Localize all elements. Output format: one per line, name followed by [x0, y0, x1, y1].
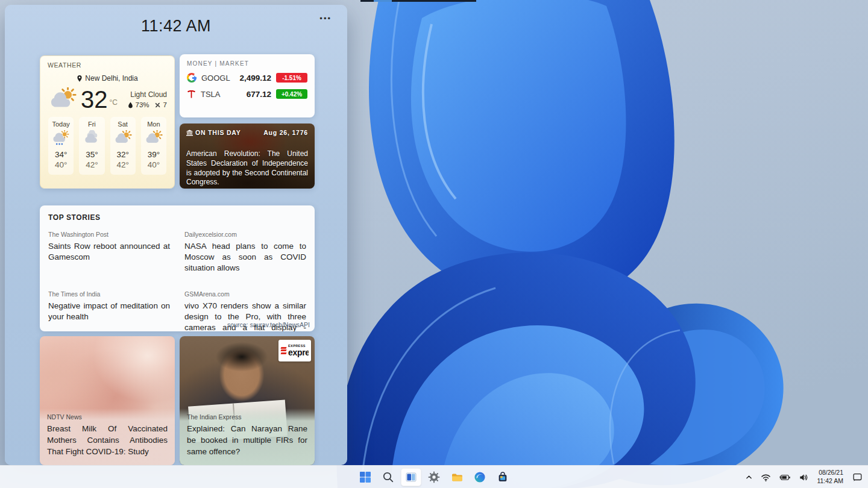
stories-attribution: source: saurav.tech/NewsAPI: [227, 321, 310, 328]
search-button[interactable]: [378, 468, 398, 486]
story-headline[interactable]: Saints Row reboot announced at Gamescom: [48, 241, 170, 263]
notification-icon: [852, 472, 863, 482]
story-headline[interactable]: NASA head plans to come to Moscow as soo…: [184, 241, 306, 274]
taskbar: 08/26/21 11:42 AM: [0, 465, 868, 488]
on-this-day-date: Aug 26, 1776: [263, 129, 308, 136]
on-this-day-widget[interactable]: ON THIS DAY Aug 26, 1776 American Revolu…: [180, 124, 315, 189]
volume-button[interactable]: [797, 471, 810, 484]
file-explorer-button[interactable]: [447, 468, 467, 486]
weather-location: New Delhi, India: [85, 74, 137, 83]
story-source: The Washington Post: [48, 231, 170, 238]
top-stories-widget: TOP STORIES The Washington Post Saints R…: [40, 205, 315, 331]
stock-price: 2,499.12: [239, 74, 271, 83]
tray-time: 11:42 AM: [817, 477, 843, 486]
news-headline: Breast Milk Of Vaccinated Mothers Contai…: [47, 423, 168, 457]
forecast-day: Mon 39° 40°: [141, 117, 166, 175]
clouds-icon: [83, 130, 101, 146]
weather-temp: 32: [81, 87, 108, 111]
wifi-button[interactable]: [759, 471, 773, 484]
weather-condition: Light Cloud: [128, 90, 167, 99]
background-window-tab: [374, 0, 392, 2]
story-source: GSMArena.com: [184, 290, 306, 298]
story-item[interactable]: The Washington Post Saints Row reboot an…: [48, 231, 170, 274]
sun-cloud-icon: [114, 130, 132, 146]
widgets-icon: [405, 471, 417, 483]
market-title: MONEY | MARKET: [187, 60, 307, 67]
folder-icon: [451, 471, 464, 483]
notification-center-button[interactable]: [850, 471, 864, 484]
humidity-drop-icon: [128, 102, 133, 108]
express-logo-main: express: [288, 348, 309, 357]
widgets-panel: 11:42 AM ••• WEATHER New Delhi, India 32…: [5, 5, 347, 465]
tray-clock[interactable]: 08/26/21 11:42 AM: [814, 468, 846, 486]
store-button[interactable]: [492, 468, 513, 486]
battery-charging-icon: [779, 473, 791, 482]
tesla-logo-icon: [187, 90, 196, 99]
stock-symbol: GOOGL: [201, 74, 230, 83]
story-source: The Times of India: [48, 290, 170, 298]
stock-change-badge: +0.42%: [276, 89, 307, 99]
news-source: The Indian Express: [187, 413, 307, 421]
weather-forecast-row: Today 34° 40° Fri 35° 42° Sat 32° 42°: [48, 117, 166, 175]
news-source: NDTV News: [47, 413, 168, 421]
battery-button[interactable]: [777, 471, 793, 484]
on-this-day-title: ON THIS DAY: [195, 129, 241, 136]
bank-building-icon: [186, 130, 193, 136]
more-on-wiki-link[interactable]: more on wiki: [271, 188, 308, 189]
sun-cloud-icon: [48, 87, 77, 111]
wifi-icon: [761, 473, 771, 482]
widgets-button[interactable]: [401, 468, 421, 486]
news-card-ndtv[interactable]: NDTV News Breast Milk Of Vaccinated Moth…: [40, 336, 175, 465]
more-options-icon[interactable]: •••: [316, 12, 335, 25]
background-window-edge: [360, 0, 476, 2]
tray-date: 08/26/21: [817, 469, 843, 477]
speaker-icon: [799, 473, 808, 482]
location-pin-icon: [77, 75, 83, 83]
microsoft-store-icon: [497, 471, 509, 483]
rain-sun-cloud-icon: [52, 130, 70, 146]
story-item[interactable]: Dailyexcelsior.com NASA head plans to co…: [184, 231, 306, 274]
start-button[interactable]: [355, 468, 376, 486]
stock-row[interactable]: GOOGL 2,499.12 -1.51%: [187, 73, 307, 83]
google-logo-icon: [187, 73, 197, 83]
edge-button[interactable]: [470, 468, 490, 486]
weather-title: WEATHER: [48, 61, 81, 69]
edge-browser-icon: [474, 471, 486, 483]
forecast-day: Fri 35° 42°: [79, 117, 104, 175]
story-headline[interactable]: Negative impact of meditation on your he…: [48, 301, 170, 322]
search-icon: [382, 471, 394, 483]
weather-wind: 7: [163, 101, 167, 108]
wind-icon: [154, 102, 161, 108]
windows-start-icon: [359, 471, 371, 483]
story-source: Dailyexcelsior.com: [184, 231, 306, 238]
express-mark-icon: [281, 346, 286, 355]
news-card-indian-express[interactable]: EXPRESS express The Indian Express Expla…: [180, 336, 315, 465]
weather-temp-unit: °C: [110, 98, 118, 107]
stock-price: 677.12: [247, 90, 271, 99]
stock-row[interactable]: TSLA 677.12 +0.42%: [187, 89, 307, 99]
gear-icon: [428, 471, 440, 483]
panel-clock: 11:42 AM: [5, 17, 347, 36]
desktop: 11:42 AM ••• WEATHER New Delhi, India 32…: [0, 0, 868, 488]
on-this-day-text: American Revolution: The United States D…: [186, 149, 308, 187]
weather-widget[interactable]: WEATHER New Delhi, India 32 °C Light Clo…: [40, 55, 175, 189]
forecast-day: Today 34° 40°: [48, 117, 74, 175]
news-headline: Explained: Can Narayan Rane be booked in…: [187, 423, 307, 457]
top-stories-title: TOP STORIES: [48, 213, 306, 222]
sun-cloud-icon: [145, 130, 163, 146]
market-widget[interactable]: MONEY | MARKET GOOGL 2,499.12 -1.51% TSL…: [180, 54, 315, 117]
chevron-up-icon: [745, 474, 753, 480]
tray-chevron-button[interactable]: [743, 472, 755, 482]
weather-humidity: 73%: [136, 101, 149, 108]
settings-button[interactable]: [424, 468, 444, 486]
forecast-day: Sat 32° 42°: [110, 117, 136, 175]
stock-symbol: TSLA: [201, 90, 221, 99]
stock-change-badge: -1.51%: [276, 73, 307, 83]
story-item[interactable]: The Times of India Negative impact of me…: [48, 290, 170, 331]
express-logo: EXPRESS express: [278, 340, 311, 361]
